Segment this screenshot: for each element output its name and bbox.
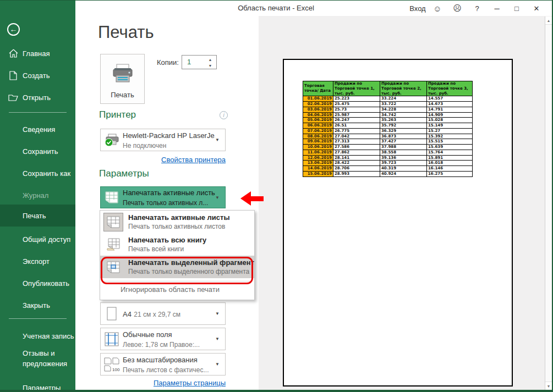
- backstage-sidebar: ← Главная Создать Открыть Сведения Сохра…: [0, 1, 75, 390]
- back-arrow-icon[interactable]: ←: [7, 23, 20, 36]
- margins-title: Обычные поля: [123, 330, 172, 339]
- help-icon[interactable]: ?: [467, 4, 487, 13]
- scaling-selector[interactable]: 100 Без масштабирования Печать листов с …: [100, 353, 226, 376]
- printer-properties-link[interactable]: Свойства принтера: [100, 156, 226, 164]
- value-cell: 28.141: [333, 155, 380, 161]
- value-cell: 27.862: [333, 150, 380, 155]
- value-cell: 37.427: [380, 139, 427, 145]
- printer-name: Hewlett-Packard HP LaserJe...: [123, 131, 215, 140]
- sidebar-item-open[interactable]: Открыть: [0, 91, 75, 104]
- sidebar-item-home[interactable]: Главная: [0, 47, 75, 60]
- printer-section-heading: Принтер: [99, 109, 136, 120]
- table-header-row: Торговая точка/ Дата Продажи по Торговой…: [303, 81, 473, 96]
- sidebar-item-new[interactable]: Создать: [0, 69, 75, 82]
- table-row: 04.06.2019 25.987 34.742 14.909: [303, 112, 473, 118]
- margins-selector[interactable]: Обычные поля Левое: 1,78 см Правое:... ▼: [100, 328, 226, 350]
- value-cell: 35.792: [380, 123, 427, 129]
- scroll-up-icon[interactable]: ▲: [545, 16, 552, 25]
- value-cell: 25.475: [333, 102, 380, 107]
- sidebar-item-publish[interactable]: Опубликовать: [0, 277, 75, 290]
- value-cell: 38.558: [380, 150, 427, 155]
- value-cell: 35.263: [380, 118, 427, 123]
- sidebar-item-feedback[interactable]: Отзывы и предложения: [0, 348, 75, 370]
- margins-subtitle: Левое: 1,78 см Правое:...: [123, 341, 200, 349]
- date-cell: 05.06.2019: [303, 118, 333, 123]
- sidebar-item-options[interactable]: Параметры: [0, 381, 75, 392]
- what-to-print-subtitle: Печать только активных л...: [123, 199, 208, 207]
- what-to-print-menu: Напечатать активные листы Печать только …: [100, 210, 255, 300]
- close-button[interactable]: ✕: [527, 4, 546, 13]
- value-cell: 16.146: [427, 166, 473, 172]
- value-cell: 15.515: [427, 139, 473, 145]
- sidebar-item-info[interactable]: Сведения: [0, 123, 75, 136]
- value-cell: 34.742: [380, 112, 427, 118]
- value-cell: 37.988: [380, 145, 427, 150]
- value-cell: 39.723: [380, 161, 427, 166]
- menu-item-entire-workbook[interactable]: Напечатать всю книгу Печать всей книги: [100, 233, 254, 256]
- info-icon[interactable]: i: [220, 111, 228, 119]
- sidebar-item-history[interactable]: Журнал: [0, 189, 75, 202]
- paper-size-subtitle: 21 см x 29,7 см: [134, 311, 180, 318]
- column-header: Продажи по Торговой точке 1, тыс. руб.: [333, 81, 380, 96]
- paper-size-selector[interactable]: A4 21 см x 29,7 см ▼: [100, 302, 226, 325]
- sidebar-item-close[interactable]: Закрыть: [0, 299, 75, 312]
- copies-stepper[interactable]: 1 ▲ ▼: [182, 55, 217, 69]
- what-to-print-selector[interactable]: Напечатать активные листы Печать только …: [100, 186, 226, 208]
- minimize-button[interactable]: ─: [487, 4, 507, 13]
- scroll-down-icon[interactable]: ▼: [545, 382, 552, 390]
- value-cell: 40.319: [380, 166, 427, 172]
- annotation-arrow: [240, 191, 264, 206]
- printer-selector[interactable]: Hewlett-Packard HP LaserJe... Не подключ…: [100, 129, 226, 151]
- sidebar-divider: [9, 112, 67, 113]
- value-cell: 14.673: [427, 102, 473, 107]
- chevron-down-icon: ▼: [215, 195, 225, 200]
- chevron-down-icon: ▼: [215, 336, 225, 341]
- table-row: 08.06.2019 27.042 36.873 15.392: [303, 134, 473, 139]
- sidebar-item-export[interactable]: Экспорт: [0, 255, 75, 268]
- date-cell: 11.06.2019: [303, 150, 333, 155]
- date-cell: 02.06.2019: [303, 102, 333, 107]
- table-row: 15.06.2019 28.993 40.924 16.275: [303, 171, 473, 176]
- date-cell: 13.06.2019: [303, 161, 333, 166]
- column-header: Продажи по Торговой точке 3, тыс. руб.: [427, 81, 473, 96]
- value-cell: 15.028: [427, 118, 473, 123]
- print-button[interactable]: Печать: [100, 54, 145, 104]
- preview-scrollbar[interactable]: ▲ ▼: [545, 16, 552, 390]
- printer-status-icon: [101, 134, 123, 147]
- feedback-frown-icon[interactable]: ☹: [447, 3, 467, 13]
- title-bar: Область печати - Excel Вход ☺ ☹ ? ─ □ ✕: [0, 1, 552, 16]
- menu-item-active-sheets[interactable]: Напечатать активные листы Печать только …: [100, 211, 254, 233]
- table-row: 14.06.2019 28.706 40.319 16.146: [303, 166, 473, 172]
- spin-up-icon[interactable]: ▲: [206, 58, 214, 62]
- page-setup-link[interactable]: Параметры страницы: [100, 379, 226, 387]
- date-cell: 06.06.2019: [303, 123, 333, 129]
- menu-item-ignore-print-area[interactable]: Игнорировать область печати: [100, 284, 254, 294]
- value-cell: 36.329: [380, 128, 427, 134]
- date-cell: 12.06.2019: [303, 155, 333, 161]
- value-cell: 28.422: [333, 161, 380, 166]
- date-cell: 10.06.2019: [303, 145, 333, 150]
- spin-down-icon[interactable]: ▼: [206, 64, 214, 68]
- table-row: 01.06.2019 25.223 33.224 14.557: [303, 96, 473, 102]
- sidebar-item-save-as[interactable]: Сохранить как: [0, 167, 75, 180]
- value-cell: 39.136: [380, 155, 427, 161]
- sidebar-item-print[interactable]: Печать: [0, 205, 75, 227]
- sidebar-item-account[interactable]: Учетная запись: [0, 329, 75, 343]
- value-cell: 16.275: [427, 171, 473, 176]
- printer-icon: [110, 63, 135, 86]
- date-cell: 04.06.2019: [303, 112, 333, 118]
- value-cell: 26.51: [333, 123, 380, 129]
- sidebar-item-share[interactable]: Общий доступ: [0, 233, 75, 246]
- table-row: 09.06.2019 27.313 37.427 15.515: [303, 139, 473, 145]
- value-cell: 14.791: [427, 107, 473, 112]
- sidebar-item-save[interactable]: Сохранить: [0, 145, 75, 158]
- date-cell: 09.06.2019: [303, 139, 333, 145]
- value-cell: 26.247: [333, 118, 380, 123]
- preview-page: Торговая точка/ Дата Продажи по Торговой…: [283, 59, 513, 387]
- value-cell: 15.149: [427, 123, 473, 129]
- sign-in-button[interactable]: Вход: [408, 4, 428, 13]
- feedback-smile-icon[interactable]: ☺: [428, 4, 447, 13]
- table-row: 03.06.2019 25.73 34.228 14.791: [303, 107, 473, 112]
- maximize-button[interactable]: □: [507, 4, 527, 13]
- value-cell: 15.639: [427, 145, 473, 150]
